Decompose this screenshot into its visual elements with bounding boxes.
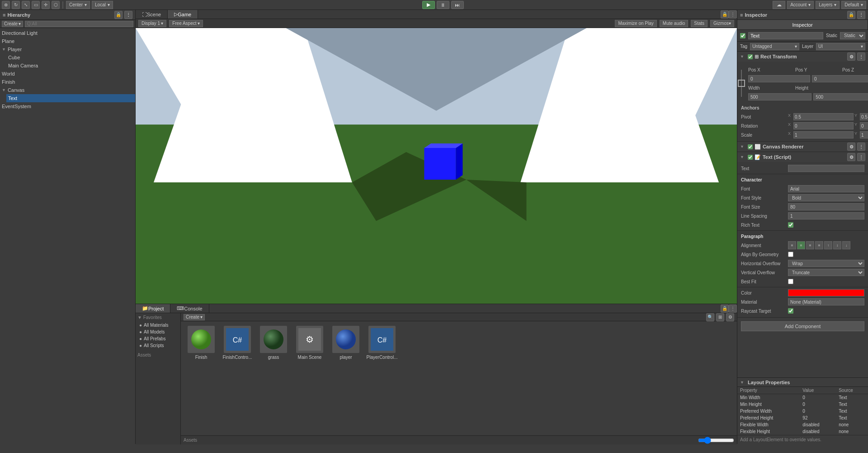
tool-transform-btn[interactable]: ✛ — [42, 1, 50, 9]
rot-y-field[interactable] — [860, 122, 868, 129]
asset-size-slider[interactable] — [698, 438, 734, 443]
canvas-renderer-context[interactable]: ⋮ — [857, 143, 865, 151]
stats-btn[interactable]: Stats — [691, 20, 708, 27]
hierarchy-item[interactable]: Directional Light — [0, 29, 135, 37]
hierarchy-item[interactable]: EventSystem — [0, 102, 135, 110]
align-right-btn[interactable]: ≡ — [806, 241, 814, 249]
asset-item[interactable]: grass — [258, 326, 289, 360]
h-overflow-dropdown[interactable]: Wrap Overflow — [788, 260, 864, 267]
align-geometry-checkbox[interactable] — [788, 252, 793, 257]
tool-extra-btn[interactable]: ⬡ — [52, 1, 60, 9]
posy-field[interactable] — [812, 75, 868, 82]
line-spacing-field[interactable] — [788, 212, 864, 219]
layers-dropdown[interactable]: Layers ▾ — [816, 1, 840, 9]
width-field[interactable] — [748, 93, 811, 100]
hierarchy-menu-btn[interactable]: ⋮ — [124, 11, 132, 19]
raycast-checkbox[interactable] — [788, 308, 793, 314]
maximize-btn[interactable]: Maximize on Play — [615, 20, 656, 27]
fav-item-scripts[interactable]: ● All Scripts — [137, 342, 179, 349]
scene-menu-btn[interactable]: ⋮ — [729, 10, 737, 19]
posx-field[interactable] — [748, 75, 810, 82]
hierarchy-lock-btn[interactable]: 🔒 — [114, 11, 123, 19]
text-script-settings[interactable]: ⚙ — [847, 153, 855, 161]
play-button[interactable]: ▶ — [422, 1, 435, 9]
pivot-y-field[interactable] — [860, 113, 868, 120]
asset-item[interactable]: C#FinishContro... — [222, 326, 253, 360]
v-overflow-dropdown[interactable]: Truncate Overflow — [788, 269, 864, 276]
display-dropdown[interactable]: Display 1 ▾ — [138, 20, 166, 27]
rich-text-checkbox[interactable] — [788, 222, 793, 228]
pause-button[interactable]: ⏸ — [437, 1, 449, 9]
asset-settings-btn[interactable]: ⚙ — [726, 313, 734, 321]
font-value-field[interactable] — [788, 185, 864, 192]
text-script-context[interactable]: ⋮ — [857, 153, 865, 161]
tag-dropdown[interactable]: Untagged ▾ — [750, 43, 799, 50]
hierarchy-create-dropdown[interactable]: Create ▾ — [2, 21, 23, 27]
gizmos-btn[interactable]: Gizmos ▾ — [710, 20, 734, 27]
asset-view-btn[interactable]: ⊞ — [716, 313, 724, 321]
rot-x-field[interactable] — [793, 122, 854, 129]
bottom-lock-btn[interactable]: 🔒 — [721, 305, 729, 313]
align-center-btn[interactable]: ≡ — [797, 241, 805, 249]
object-enabled-checkbox[interactable] — [740, 33, 745, 38]
font-size-field[interactable] — [788, 203, 864, 210]
hierarchy-item-selected[interactable]: Text — [6, 94, 135, 102]
inspector-lock-btn[interactable]: 🔒 — [847, 11, 855, 19]
tool-rect-btn[interactable]: ▭ — [32, 1, 40, 9]
font-style-dropdown[interactable]: Bold Normal Italic — [788, 194, 864, 201]
object-name-field[interactable] — [748, 32, 823, 39]
fav-item-prefabs[interactable]: ● All Prefabs — [137, 335, 179, 342]
asset-item[interactable]: player — [330, 326, 362, 360]
scene-lock-btn[interactable]: 🔒 — [721, 10, 729, 19]
scale-x-field[interactable] — [793, 131, 854, 138]
asset-item[interactable]: Finish — [185, 326, 217, 360]
canvas-renderer-header[interactable]: ▼ ⬜ Canvas Renderer ⚙ ⋮ — [737, 142, 868, 152]
rect-transform-enable[interactable] — [748, 54, 753, 59]
scene-tab[interactable]: ⛶ Scene — [136, 10, 168, 19]
material-field[interactable] — [788, 298, 864, 305]
assets-create-dropdown[interactable]: Create ▾ — [184, 314, 205, 320]
pivot-x-field[interactable] — [793, 113, 854, 120]
console-tab[interactable]: ⌨ Console — [170, 304, 209, 313]
layer-dropdown[interactable]: UI ▾ — [816, 43, 865, 50]
default-dropdown[interactable]: Default ▾ — [841, 1, 866, 9]
align-left-btn[interactable]: ≡ — [788, 241, 796, 249]
local-dropdown[interactable]: Local ▾ — [92, 1, 113, 9]
static-dropdown[interactable]: Static — [840, 32, 865, 39]
canvas-renderer-enable[interactable] — [748, 144, 753, 149]
aspect-dropdown[interactable]: Free Aspect ▾ — [169, 20, 203, 27]
height-field[interactable] — [813, 93, 868, 100]
align-top-btn[interactable]: ↑ — [824, 241, 832, 249]
asset-item[interactable]: C#PlayerControl... — [366, 326, 398, 360]
asset-item[interactable]: ⚙Main Scene — [294, 326, 326, 360]
asset-search-btn[interactable]: 🔍 — [706, 313, 714, 321]
project-tab[interactable]: 📁 Project — [136, 304, 170, 313]
hierarchy-search[interactable] — [25, 21, 133, 27]
inspector-tab-inspector[interactable]: Inspector — [737, 20, 868, 29]
hierarchy-item[interactable]: Plane — [0, 37, 135, 45]
fav-item-materials[interactable]: ● All Materials — [137, 322, 179, 329]
mute-btn[interactable]: Mute audio — [660, 20, 688, 27]
hierarchy-item[interactable]: Main Camera — [6, 62, 135, 70]
anchor-widget[interactable] — [741, 70, 742, 97]
game-tab[interactable]: ▷ Game — [168, 10, 198, 19]
rect-transform-settings[interactable]: ⚙ — [847, 52, 855, 61]
text-script-enable[interactable] — [748, 155, 753, 160]
tool-move-btn[interactable]: ⊕ — [2, 1, 10, 9]
center-dropdown[interactable]: Center ▾ — [66, 1, 90, 9]
bottom-menu-btn[interactable]: ⋮ — [729, 305, 737, 313]
cloud-button[interactable]: ☁ — [773, 1, 785, 9]
rect-transform-header[interactable]: ▼ ⊞ Rect Transform ⚙ ⋮ — [737, 52, 868, 62]
canvas-renderer-settings[interactable]: ⚙ — [847, 143, 855, 151]
hierarchy-item[interactable]: ▼ Player — [0, 45, 135, 53]
hierarchy-item[interactable]: ▼ Canvas — [0, 86, 135, 94]
step-button[interactable]: ⏭ — [451, 1, 464, 9]
align-bottom-btn[interactable]: ↓ — [842, 241, 850, 249]
fav-item-models[interactable]: ● All Models — [137, 329, 179, 335]
rect-transform-context[interactable]: ⋮ — [857, 52, 865, 61]
text-script-header[interactable]: ▼ 📝 Text (Script) ⚙ ⋮ — [737, 152, 868, 162]
best-fit-checkbox[interactable] — [788, 279, 793, 284]
hierarchy-item[interactable]: World — [0, 70, 135, 78]
hierarchy-item[interactable]: Cube — [6, 53, 135, 62]
text-value-field[interactable] — [788, 165, 864, 172]
